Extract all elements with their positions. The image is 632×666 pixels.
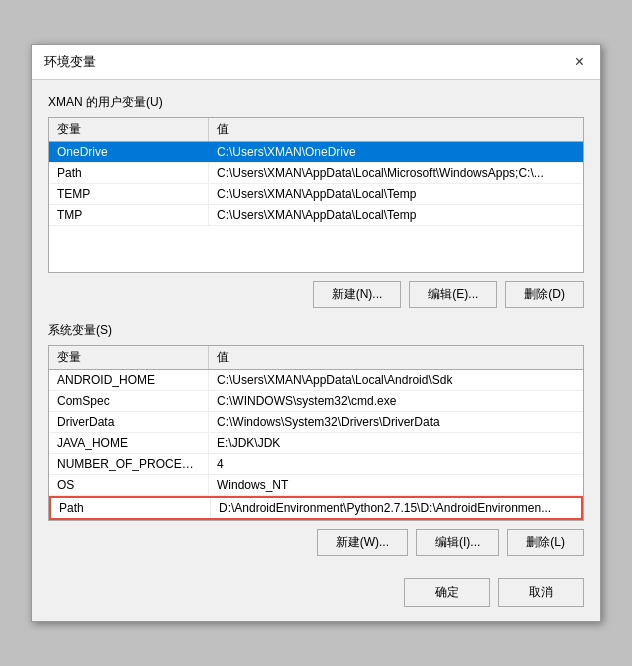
table-row[interactable]: TEMPC:\Users\XMAN\AppData\Local\Temp: [49, 184, 583, 205]
user-section-label: XMAN 的用户变量(U): [48, 94, 584, 111]
user-new-button[interactable]: 新建(N)...: [313, 281, 402, 308]
bottom-buttons-row: 确定 取消: [32, 568, 600, 621]
cell-val: D:\AndroidEnvironment\Python2.7.15\D:\An…: [211, 498, 581, 518]
sys-delete-button[interactable]: 删除(L): [507, 529, 584, 556]
sys-col-val: 值: [209, 346, 583, 369]
table-row[interactable]: PathC:\Users\XMAN\AppData\Local\Microsof…: [49, 163, 583, 184]
user-table-header: 变量 值: [49, 118, 583, 142]
cell-val: Windows_NT: [209, 475, 583, 495]
cell-val: C:\Users\XMAN\AppData\Local\Android\Sdk: [209, 370, 583, 390]
table-row[interactable]: ComSpecC:\WINDOWS\system32\cmd.exe: [49, 391, 583, 412]
sys-new-button[interactable]: 新建(W)...: [317, 529, 408, 556]
cell-val: C:\WINDOWS\system32\cmd.exe: [209, 391, 583, 411]
user-col-var: 变量: [49, 118, 209, 141]
cell-val: 4: [209, 454, 583, 474]
cell-var: TEMP: [49, 184, 209, 204]
sys-buttons-row: 新建(W)... 编辑(I)... 删除(L): [48, 529, 584, 556]
cell-var: JAVA_HOME: [49, 433, 209, 453]
cell-val: C:\Users\XMAN\OneDrive: [209, 142, 583, 162]
sys-table-body[interactable]: ANDROID_HOMEC:\Users\XMAN\AppData\Local\…: [49, 370, 583, 520]
table-row[interactable]: JAVA_HOMEE:\JDK\JDK: [49, 433, 583, 454]
table-row[interactable]: OneDriveC:\Users\XMAN\OneDrive: [49, 142, 583, 163]
cell-val: C:\Users\XMAN\AppData\Local\Temp: [209, 205, 583, 225]
table-row[interactable]: PathD:\AndroidEnvironment\Python2.7.15\D…: [49, 496, 583, 520]
cancel-button[interactable]: 取消: [498, 578, 584, 607]
cell-var: ComSpec: [49, 391, 209, 411]
user-table-body[interactable]: OneDriveC:\Users\XMAN\OneDrivePathC:\Use…: [49, 142, 583, 272]
cell-val: C:\Users\XMAN\AppData\Local\Temp: [209, 184, 583, 204]
cell-var: OS: [49, 475, 209, 495]
ok-button[interactable]: 确定: [404, 578, 490, 607]
cell-var: NUMBER_OF_PROCESSORS: [49, 454, 209, 474]
sys-edit-button[interactable]: 编辑(I)...: [416, 529, 499, 556]
cell-var: TMP: [49, 205, 209, 225]
user-edit-button[interactable]: 编辑(E)...: [409, 281, 497, 308]
user-delete-button[interactable]: 删除(D): [505, 281, 584, 308]
user-col-val: 值: [209, 118, 583, 141]
close-button[interactable]: ×: [571, 54, 588, 70]
system-section-label: 系统变量(S): [48, 322, 584, 339]
user-variables-table: 变量 值 OneDriveC:\Users\XMAN\OneDrivePathC…: [48, 117, 584, 273]
table-row[interactable]: TMPC:\Users\XMAN\AppData\Local\Temp: [49, 205, 583, 226]
sys-col-var: 变量: [49, 346, 209, 369]
cell-var: OneDrive: [49, 142, 209, 162]
cell-val: C:\Users\XMAN\AppData\Local\Microsoft\Wi…: [209, 163, 583, 183]
environment-variables-dialog: 环境变量 × XMAN 的用户变量(U) 变量 值 OneDriveC:\Use…: [31, 44, 601, 622]
cell-var: DriverData: [49, 412, 209, 432]
cell-var: ANDROID_HOME: [49, 370, 209, 390]
dialog-title: 环境变量: [44, 53, 96, 71]
sys-table-header: 变量 值: [49, 346, 583, 370]
system-variables-table: 变量 值 ANDROID_HOMEC:\Users\XMAN\AppData\L…: [48, 345, 584, 521]
cell-val: E:\JDK\JDK: [209, 433, 583, 453]
cell-val: C:\Windows\System32\Drivers\DriverData: [209, 412, 583, 432]
cell-var: Path: [51, 498, 211, 518]
table-row[interactable]: ANDROID_HOMEC:\Users\XMAN\AppData\Local\…: [49, 370, 583, 391]
cell-var: Path: [49, 163, 209, 183]
table-row[interactable]: NUMBER_OF_PROCESSORS4: [49, 454, 583, 475]
table-row[interactable]: OSWindows_NT: [49, 475, 583, 496]
dialog-body: XMAN 的用户变量(U) 变量 值 OneDriveC:\Users\XMAN…: [32, 80, 600, 568]
table-row[interactable]: DriverDataC:\Windows\System32\Drivers\Dr…: [49, 412, 583, 433]
title-bar: 环境变量 ×: [32, 45, 600, 80]
user-buttons-row: 新建(N)... 编辑(E)... 删除(D): [48, 281, 584, 308]
